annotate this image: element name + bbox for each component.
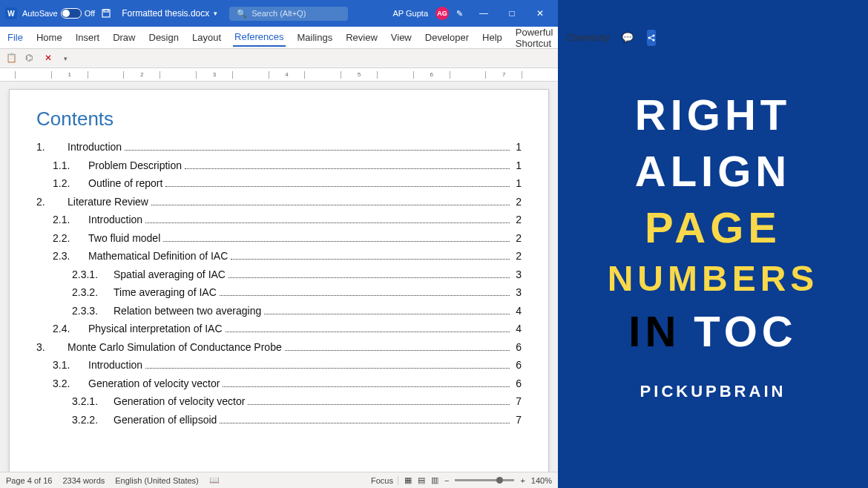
banner-line4: NUMBERS xyxy=(608,260,819,299)
toc-text: Mathematical Definition of IAC xyxy=(88,247,228,266)
paste-icon[interactable]: 📋 xyxy=(6,53,18,65)
tab-insert[interactable]: Insert xyxy=(74,29,102,46)
tab-review[interactable]: Review xyxy=(344,29,379,46)
toc-entry[interactable]: 2.3.2.Time averaging of IAC 3 xyxy=(36,283,522,302)
view-read-icon[interactable]: ▤ xyxy=(418,475,425,485)
toc-page-number: 1 xyxy=(513,156,522,175)
chevron-down-icon[interactable]: ▾ xyxy=(214,10,217,17)
toc-entry[interactable]: 2.4.Physical interpretation of IAC 4 xyxy=(36,320,522,338)
zoom-out-button[interactable]: − xyxy=(444,476,449,485)
save-icon[interactable] xyxy=(99,7,113,20)
toggle-switch[interactable] xyxy=(61,8,82,19)
autosave-state: Off xyxy=(85,9,95,18)
toc-number: 3.2.2. xyxy=(72,411,114,429)
tab-mailings[interactable]: Mailings xyxy=(296,29,335,46)
word-count[interactable]: 2334 words xyxy=(62,476,105,485)
toc-number: 1. xyxy=(36,138,68,156)
toc-number: 2.3.2. xyxy=(72,283,114,302)
toc-entry[interactable]: 3.Monte Carlo Simulation of Conductance … xyxy=(36,338,522,357)
toc-text: Introduction xyxy=(88,356,142,375)
toc-entry[interactable]: 3.2.1.Generation of velocity vector7 xyxy=(36,392,522,411)
toc-leader xyxy=(223,386,510,387)
toc-number: 3.1. xyxy=(53,356,88,375)
focus-label[interactable]: Focus xyxy=(371,476,398,485)
tab-home[interactable]: Home xyxy=(35,29,64,46)
tab-help[interactable]: Help xyxy=(481,29,504,46)
close-icon[interactable]: ✕ xyxy=(45,53,56,65)
tab-developer[interactable]: Developer xyxy=(424,29,470,46)
avatar[interactable]: AG xyxy=(435,7,449,20)
tab-design[interactable]: Design xyxy=(148,29,180,46)
toc-page-number: 7 xyxy=(513,411,522,429)
svg-rect-3 xyxy=(104,10,108,12)
minimize-button[interactable]: — xyxy=(470,3,497,24)
zoom-level[interactable]: 140% xyxy=(531,476,552,485)
ribbon-tabs: File Home Insert Draw Design Layout Refe… xyxy=(0,27,558,49)
toc-page-number: 1 xyxy=(513,138,522,156)
toc-entry[interactable]: 3.1.Introduction 6 xyxy=(36,356,522,375)
toc-leader xyxy=(228,277,510,278)
tab-chemistry[interactable]: Chemistry xyxy=(565,29,611,46)
title-bar: W AutoSave Off Formatted thesis.docx ▾ 🔍… xyxy=(0,0,558,27)
document-name[interactable]: Formatted thesis.docx xyxy=(122,8,209,19)
tab-references[interactable]: References xyxy=(233,28,285,47)
toc-number: 2.3.3. xyxy=(72,302,114,320)
close-button[interactable]: ✕ xyxy=(527,3,553,24)
chevron-down-icon[interactable]: ▾ xyxy=(64,55,68,62)
autosave-toggle[interactable]: AutoSave Off xyxy=(22,8,95,19)
toc-entry[interactable]: 2.Literature Review 2 xyxy=(36,193,522,211)
toc-entry[interactable]: 2.3.1.Spatial averaging of IAC3 xyxy=(36,266,522,284)
toc-number: 2. xyxy=(36,193,68,211)
pen-icon[interactable]: ✎ xyxy=(456,9,463,19)
toc-number: 2.3. xyxy=(53,247,88,266)
search-input[interactable]: 🔍 Search (Alt+Q) xyxy=(229,7,348,21)
toc-page-number: 2 xyxy=(513,247,522,266)
toc-page-number: 4 xyxy=(513,302,522,320)
hierarchy-icon[interactable]: ⌬ xyxy=(25,53,37,65)
toc-page-number: 6 xyxy=(513,375,522,393)
toc-entry[interactable]: 2.3.Mathematical Definition of IAC 2 xyxy=(36,247,522,266)
tab-draw[interactable]: Draw xyxy=(111,29,137,46)
toc-entry[interactable]: 2.3.3.Relation between two averaging4 xyxy=(36,302,522,320)
tab-view[interactable]: View xyxy=(389,29,413,46)
toc-leader xyxy=(248,404,510,405)
toc-text: Physical interpretation of IAC xyxy=(88,320,223,338)
toc-leader xyxy=(165,186,510,187)
comments-icon[interactable]: 💬 xyxy=(622,32,634,43)
page[interactable]: Contents 1.Introduction11.1.Problem Desc… xyxy=(9,89,549,472)
status-bar: Page 4 of 16 2334 words English (United … xyxy=(0,472,558,488)
horizontal-ruler[interactable]: 1234567 xyxy=(0,68,558,82)
tab-layout[interactable]: Layout xyxy=(191,29,223,46)
brand-name: PICKUPBRAIN xyxy=(640,382,786,401)
user-name[interactable]: AP Gupta xyxy=(393,9,429,18)
tab-powerful-shortcut[interactable]: Powerful Shortcut xyxy=(514,24,555,52)
toc-number: 1.2. xyxy=(53,174,88,193)
toc-entry[interactable]: 3.2.Generation of velocity vector6 xyxy=(36,375,522,393)
accessibility-icon[interactable]: 📖 xyxy=(209,475,220,485)
tab-file[interactable]: File xyxy=(6,29,24,46)
toc-entry[interactable]: 1.Introduction1 xyxy=(36,138,522,156)
language[interactable]: English (United States) xyxy=(115,476,199,485)
page-info[interactable]: Page 4 of 16 xyxy=(6,476,52,485)
toc-leader xyxy=(220,295,510,296)
toc-page-number: 6 xyxy=(513,338,522,357)
toc-leader xyxy=(285,350,510,351)
user-area: AP Gupta AG ✎ — □ ✕ xyxy=(393,3,554,24)
zoom-in-button[interactable]: + xyxy=(520,476,525,485)
toc-leader xyxy=(125,150,510,151)
toc-text: Relation between two averaging xyxy=(114,302,261,320)
toc-entry[interactable]: 3.2.2.Generation of ellipsoid7 xyxy=(36,411,522,429)
toc-entry[interactable]: 1.1.Problem Description1 xyxy=(36,156,522,175)
toc-entry[interactable]: 1.2.Outline of report1 xyxy=(36,174,522,193)
toc-text: Monte Carlo Simulation of Conductance Pr… xyxy=(68,338,282,357)
toc-entry[interactable]: 2.1.Introduction 2 xyxy=(36,211,522,229)
toc-entry[interactable]: 2.2.Two fluid model2 xyxy=(36,229,522,248)
toc-leader xyxy=(185,168,510,169)
share-button[interactable] xyxy=(647,30,656,46)
toc-number: 2.2. xyxy=(53,229,88,248)
zoom-slider[interactable] xyxy=(455,479,514,481)
maximize-button[interactable]: □ xyxy=(499,3,525,24)
table-of-contents: 1.Introduction11.1.Problem Description11… xyxy=(36,138,522,429)
view-print-icon[interactable]: ▦ xyxy=(404,475,412,485)
view-web-icon[interactable]: ▥ xyxy=(431,475,438,485)
